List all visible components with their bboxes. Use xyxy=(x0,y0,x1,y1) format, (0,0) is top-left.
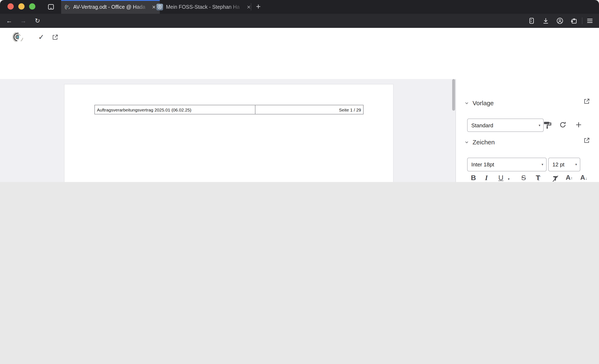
sidebar-clear-format-button[interactable] xyxy=(551,174,559,182)
account-button[interactable] xyxy=(555,16,565,26)
chevron-down-icon xyxy=(464,140,469,145)
underline-caret[interactable]: ▾ xyxy=(508,177,510,181)
section-title: Vorlage xyxy=(473,99,494,107)
open-in-new-window-button[interactable] xyxy=(52,34,59,41)
tab-close-button[interactable] xyxy=(246,4,251,9)
chevron-down-icon xyxy=(464,100,469,106)
back-button[interactable]: ← xyxy=(4,16,14,26)
panel-icon xyxy=(528,17,535,25)
chevron-down-icon: ▾ xyxy=(542,163,546,166)
vorlage-detach-button[interactable] xyxy=(583,98,590,105)
download-icon xyxy=(542,17,549,25)
clone-style-button[interactable] xyxy=(543,120,552,129)
extensions-button[interactable] xyxy=(569,16,579,26)
new-tab-button[interactable]: + xyxy=(253,1,264,12)
downloads-button[interactable] xyxy=(541,16,551,26)
tab-favicon-photo xyxy=(156,4,163,10)
browser-tab-inactive[interactable]: Mein FOSS-Stack - Stephan Ha xyxy=(153,0,255,14)
screen: AV-Vertrag.odt - Office @ Hada Mein FOSS… xyxy=(0,0,599,182)
document-area: Auftragsverarbeitungsvertrag 2025.01 (06… xyxy=(0,79,456,182)
header-right-cell: Seite 1 / 29 xyxy=(255,105,363,114)
nav-separator xyxy=(582,18,582,24)
formatting-toolbar: ↶ ↷ Einfügen ▾ ✂ Inter 18pt ▾ 12 pt ▾ A↑… xyxy=(0,47,599,80)
chevron-down-icon: ▾ xyxy=(539,123,543,127)
external-link-icon xyxy=(52,34,59,41)
section-vorlage-header[interactable]: Vorlage xyxy=(464,99,494,107)
chevron-down-icon: ▾ xyxy=(575,163,580,166)
window-close-button[interactable] xyxy=(8,3,14,9)
person-icon xyxy=(157,4,162,9)
update-style-button[interactable] xyxy=(559,121,567,129)
clear-format-icon xyxy=(551,174,559,182)
paragraph-style-combobox[interactable]: Standard ▾ xyxy=(467,119,544,132)
refresh-icon xyxy=(559,121,567,129)
app-menu-button[interactable] xyxy=(585,16,595,26)
account-icon xyxy=(556,17,564,25)
arrow-up-icon: ↑ xyxy=(571,176,573,181)
hamburger-icon xyxy=(586,17,594,25)
close-icon xyxy=(246,4,251,9)
sidebar-shadow-button[interactable]: T xyxy=(536,174,540,182)
external-link-icon xyxy=(583,137,590,144)
style-value: Standard xyxy=(467,122,539,128)
section-zeichen-header[interactable]: Zeichen xyxy=(464,139,495,146)
tab-title: Mein FOSS-Stack - Stephan Ha xyxy=(166,4,246,10)
paint-roller-icon xyxy=(543,120,552,129)
sidebar-underline-button[interactable]: U xyxy=(498,174,503,182)
forward-button[interactable]: → xyxy=(18,16,28,26)
document-page[interactable]: Auftragsverarbeitungsvertrag 2025.01 (06… xyxy=(64,84,393,182)
puzzle-icon xyxy=(570,17,578,25)
sidebar-italic-button[interactable]: I xyxy=(485,174,488,182)
new-style-button[interactable] xyxy=(574,121,583,129)
reload-button[interactable]: ↻ xyxy=(32,16,43,26)
letter-a: A xyxy=(566,174,571,181)
sidebar-font-name-combobox[interactable]: Inter 18pt ▾ xyxy=(467,158,546,171)
window-zoom-button[interactable] xyxy=(29,3,35,9)
plus-icon xyxy=(574,121,583,129)
browser-tab-bar: AV-Vertrag.odt - Office @ Hada Mein FOSS… xyxy=(0,0,599,14)
sidebar-shrink-font-button[interactable]: A↓ xyxy=(580,174,587,181)
font-size-value: 12 pt xyxy=(549,161,575,168)
properties-sidebar: Vorlage Standard ▾ Zeichen Inter 18pt ▾ … xyxy=(456,79,599,182)
tab-overview-icon xyxy=(47,3,55,11)
tab-favicon-logo xyxy=(64,4,70,10)
sidebar-grow-font-button[interactable]: A↑ xyxy=(566,174,573,181)
page-header-table: Auftragsverarbeitungsvertrag 2025.01 (06… xyxy=(94,105,364,114)
sidebar-bold-button[interactable]: B xyxy=(471,174,476,182)
tab-separator xyxy=(251,3,251,10)
editor-menu-bar: ✓ Datei Start Einfügen Layout Referenzen… xyxy=(0,28,599,47)
vertical-scrollbar[interactable] xyxy=(452,79,455,111)
zeichen-detach-button[interactable] xyxy=(583,137,590,144)
sidebar-strikethrough-button[interactable]: S xyxy=(521,174,526,182)
tab-title: AV-Vertrag.odt - Office @ Hada xyxy=(73,4,151,10)
save-status-button[interactable]: ✓ xyxy=(38,33,44,42)
window-minimize-button[interactable] xyxy=(18,3,25,9)
container-panel-button[interactable] xyxy=(527,16,537,26)
section-title: Zeichen xyxy=(473,139,495,146)
sidebar-font-size-combobox[interactable]: 12 pt ▾ xyxy=(548,158,580,171)
header-left-cell: Auftragsverarbeitungsvertrag 2025.01 (06… xyxy=(95,105,255,114)
app-logo-icon xyxy=(12,31,24,43)
browser-nav-bar: ← → ↻ ☆ xyxy=(0,14,599,28)
arrow-down-icon: ↓ xyxy=(585,176,587,181)
active-tab-stripe xyxy=(61,0,160,1)
external-link-icon xyxy=(583,98,590,105)
font-name-value: Inter 18pt xyxy=(467,161,542,168)
tab-overview-button[interactable] xyxy=(47,3,55,11)
letter-a: A xyxy=(580,174,585,181)
browser-tab-active[interactable]: AV-Vertrag.odt - Office @ Hada xyxy=(61,0,160,14)
